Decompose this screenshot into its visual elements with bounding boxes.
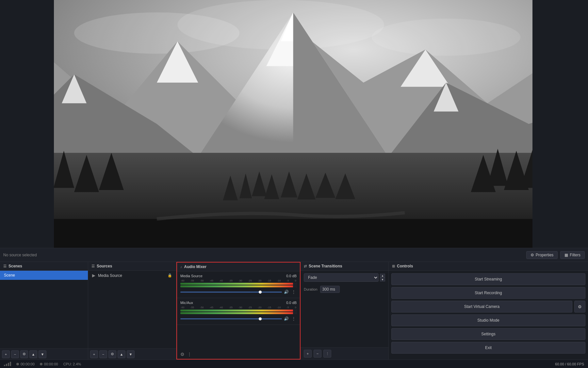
- audio-mixer-icon: ♪: [180, 265, 182, 269]
- media-source-meter-labels: -60-55-50-45-40 -35-30-25-20-15 -10-50: [180, 279, 297, 282]
- record-time-item: 00:00:00: [40, 362, 58, 366]
- sources-toolbar: + − ⚙ ▲ ▼: [88, 348, 176, 360]
- record-status-dot: [40, 363, 42, 365]
- sources-list: ▶ Media Source 🔒: [88, 271, 176, 348]
- properties-label: Properties: [536, 253, 554, 257]
- source-lock-icon: 🔒: [168, 273, 172, 278]
- controls-buttons: Start Streaming Start Recording Start Vi…: [389, 271, 588, 360]
- duration-input[interactable]: [320, 286, 340, 293]
- audio-mixer-header: ♪ Audio Mixer: [177, 263, 300, 271]
- scenes-settings-button[interactable]: ⚙: [20, 350, 28, 358]
- mic-aux-meter-2: [180, 312, 297, 314]
- audio-mixer-gear-button[interactable]: ⚙: [180, 352, 185, 357]
- studio-mode-button[interactable]: Studio Mode: [391, 314, 585, 326]
- filters-label: Filters: [570, 253, 580, 257]
- media-source-controls: 🔊 ⋮: [180, 289, 297, 295]
- start-virtual-camera-button[interactable]: Start Virtual Camera: [391, 301, 572, 312]
- settings-button[interactable]: Settings: [391, 328, 585, 340]
- sources-remove-button[interactable]: −: [99, 350, 107, 358]
- media-source-speaker-icon[interactable]: 🔊: [284, 290, 289, 294]
- mic-aux-meter-1: [180, 310, 297, 312]
- sources-panel-title: Sources: [97, 264, 112, 268]
- source-item-media[interactable]: ▶ Media Source 🔒: [88, 271, 176, 280]
- mic-aux-volume-handle: [259, 317, 262, 320]
- media-source-meter-1-overlay: [293, 283, 297, 285]
- controls-panel-title: Controls: [397, 264, 413, 268]
- mic-aux-speaker-icon[interactable]: 🔊: [284, 316, 289, 321]
- audio-channel-media: Media Source 0.0 dB -60-55-50-45-40 -35-…: [177, 271, 300, 298]
- audio-mixer-panel: ♪ Audio Mixer Media Source 0.0 dB -60-55…: [176, 262, 301, 360]
- start-streaming-button[interactable]: Start Streaming: [391, 273, 585, 285]
- preview-toolbar: No source selected ⚙ Properties ▦ Filter…: [0, 248, 588, 262]
- media-source-menu-button[interactable]: ⋮: [291, 289, 297, 295]
- scenes-panel-header: ☰ Scenes: [0, 262, 88, 271]
- source-visibility-icon[interactable]: ▶: [92, 273, 95, 278]
- mic-aux-db: 0.0 dB: [286, 301, 297, 305]
- media-source-db: 0.0 dB: [286, 274, 297, 278]
- properties-button[interactable]: ⚙ Properties: [526, 251, 558, 259]
- scenes-remove-button[interactable]: −: [11, 350, 19, 358]
- mic-aux-menu-button[interactable]: ⋮: [291, 315, 297, 322]
- controls-icon: ⊞: [392, 264, 395, 268]
- source-item-label: Media Source: [98, 273, 122, 278]
- transitions-remove-button[interactable]: −: [314, 350, 321, 358]
- scenes-toolbar: + − ⚙ ▲ ▼: [0, 348, 88, 360]
- signal-bar-1: [4, 365, 5, 366]
- signal-bar-2: [6, 364, 7, 366]
- scenes-panel: ☰ Scenes Scene + − ⚙ ▲ ▼: [0, 262, 88, 360]
- transition-spin-down[interactable]: ▼: [380, 278, 385, 281]
- audio-mixer-footer: ⚙ ⋮: [177, 350, 300, 359]
- filters-button[interactable]: ▦ Filters: [560, 251, 585, 259]
- scenes-icon: ☰: [3, 264, 7, 268]
- transitions-icon: ⇄: [304, 264, 307, 268]
- transition-spin-up[interactable]: ▲: [380, 274, 385, 278]
- media-source-volume-slider[interactable]: [180, 292, 282, 293]
- audio-mixer-inner: ♪ Audio Mixer Media Source 0.0 dB -60-55…: [177, 263, 300, 359]
- preview-canvas: [54, 0, 532, 248]
- scenes-add-button[interactable]: +: [2, 350, 10, 358]
- signal-bars: [4, 362, 11, 366]
- media-source-volume-handle: [259, 291, 262, 294]
- svg-point-3: [372, 19, 520, 56]
- sources-up-button[interactable]: ▲: [118, 350, 125, 358]
- sources-down-button[interactable]: ▼: [127, 350, 135, 358]
- sources-panel: ☰ Sources ▶ Media Source 🔒 + − ⚙ ▲ ▼: [88, 262, 176, 360]
- scenes-down-button[interactable]: ▼: [39, 350, 46, 358]
- audio-channel-mic-header: Mic/Aux 0.0 dB: [180, 301, 297, 305]
- exit-button[interactable]: Exit: [391, 342, 585, 354]
- record-time: 00:00:00: [44, 362, 58, 366]
- sources-settings-button[interactable]: ⚙: [108, 350, 116, 358]
- mic-aux-meter-2-overlay: [293, 312, 297, 314]
- transitions-panel-title: Scene Transitions: [309, 264, 342, 268]
- transitions-toolbar: + − ⋮: [301, 347, 388, 360]
- signal-strength: [4, 362, 11, 366]
- sources-add-button[interactable]: +: [90, 350, 98, 358]
- virtual-camera-settings-button[interactable]: ⚙: [574, 301, 585, 312]
- transition-type-select[interactable]: Fade Cut Swipe Slide: [304, 273, 379, 282]
- scenes-list: Scene: [0, 271, 88, 348]
- scenes-up-button[interactable]: ▲: [29, 350, 37, 358]
- virtual-camera-row: Start Virtual Camera ⚙: [391, 301, 585, 312]
- mic-aux-volume-slider[interactable]: [180, 318, 282, 319]
- transitions-add-button[interactable]: +: [304, 350, 312, 358]
- mic-aux-channel-name: Mic/Aux: [180, 301, 193, 305]
- svg-rect-39: [54, 219, 532, 248]
- signal-bar-4: [10, 362, 11, 366]
- sources-panel-header: ☰ Sources: [88, 262, 176, 271]
- stream-time: 00:00:00: [21, 362, 35, 366]
- media-source-meter-1: [180, 283, 297, 285]
- stream-status-dot: [16, 363, 19, 365]
- preview-area: [0, 0, 588, 248]
- cpu-usage: CPU: 2.4%: [63, 362, 81, 366]
- right-sidebar: [532, 0, 588, 248]
- scene-item[interactable]: Scene: [0, 271, 88, 280]
- media-source-meter-2: [180, 285, 297, 287]
- transitions-menu-button[interactable]: ⋮: [323, 350, 331, 358]
- preview-svg: [54, 0, 532, 248]
- audio-mixer-title: Audio Mixer: [184, 264, 207, 269]
- audio-mixer-menu-button[interactable]: ⋮: [187, 352, 192, 357]
- scenes-panel-title: Scenes: [8, 264, 22, 268]
- start-recording-button[interactable]: Start Recording: [391, 287, 585, 299]
- signal-bar-3: [8, 363, 9, 366]
- stream-time-item: 00:00:00: [16, 362, 35, 366]
